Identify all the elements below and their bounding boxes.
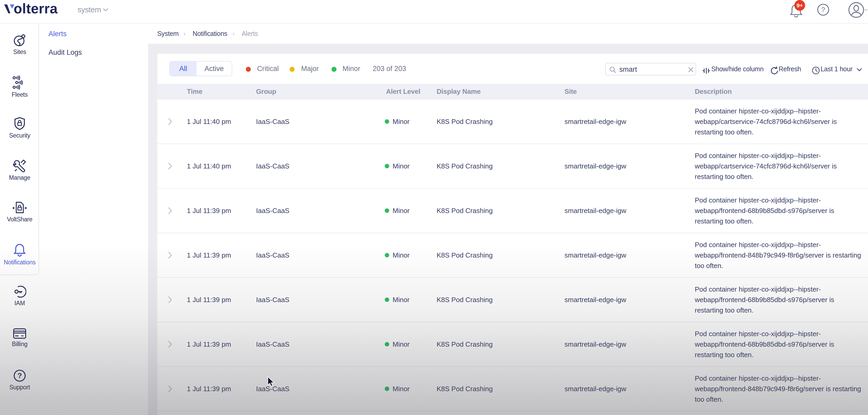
svg-text:olterra: olterra bbox=[13, 3, 58, 16]
svg-text:?: ? bbox=[822, 6, 825, 13]
svg-text:?: ? bbox=[17, 372, 22, 380]
